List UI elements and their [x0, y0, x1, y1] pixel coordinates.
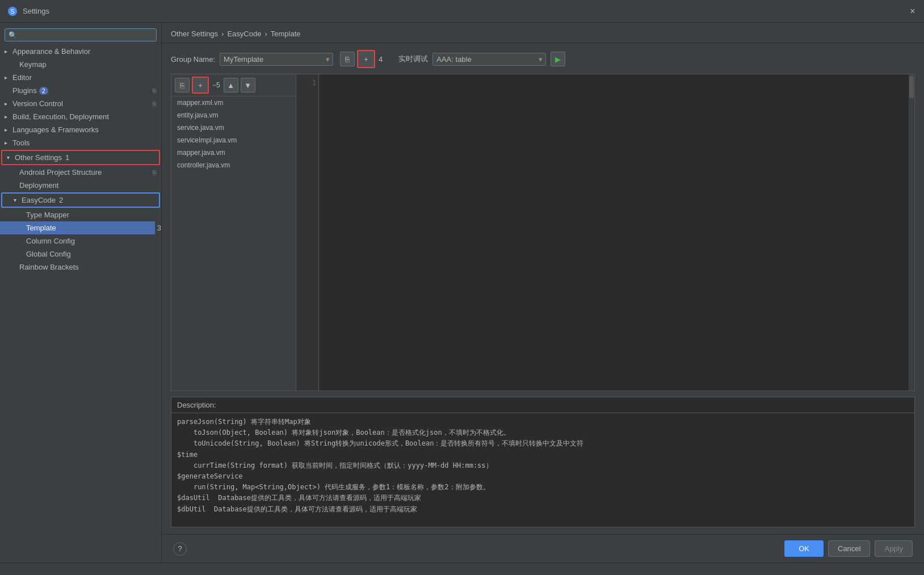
file-item[interactable]: service.java.vm [171, 121, 296, 134]
sidebar-item-tools[interactable]: Tools [0, 136, 161, 149]
sidebar-item-type-mapper[interactable]: Type Mapper [0, 208, 161, 221]
sidebar-item-label: Version Control [12, 99, 63, 108]
annotation-2: 2 [59, 196, 63, 204]
ok-button[interactable]: OK [784, 540, 824, 557]
chevron-placeholder [11, 169, 17, 175]
line-number: 1 [299, 78, 316, 89]
copy-file-button[interactable]: ⎘ [175, 78, 190, 93]
chevron-icon [14, 197, 19, 203]
realtime-select[interactable]: AAA: table BBB: user [432, 53, 546, 66]
plugins-badge: 2 [39, 87, 48, 95]
sidebar-item-version-control[interactable]: Version Control ⎘ [0, 97, 161, 110]
chevron-icon [5, 74, 10, 81]
annotation-4: 4 [379, 55, 383, 64]
group-name-select[interactable]: MyTemplate Default [220, 53, 333, 66]
sidebar-item-label: Tools [12, 138, 30, 147]
breadcrumb-sep2: › [264, 30, 267, 38]
chevron-placeholder [11, 61, 17, 68]
copy-icon: ⎘ [153, 87, 157, 94]
sidebar-item-rainbow-brackets[interactable]: Rainbow Brackets [0, 261, 161, 274]
sidebar-item-deployment[interactable]: Deployment [0, 179, 161, 192]
chevron-placeholder [18, 225, 24, 231]
search-input[interactable] [19, 31, 153, 39]
sidebar-item-editor[interactable]: Editor [0, 71, 161, 84]
move-down-button[interactable]: ▼ [241, 78, 255, 93]
file-item[interactable]: entity.java.vm [171, 109, 296, 121]
file-item[interactable]: mapper.xml.vm [171, 96, 296, 109]
file-item[interactable]: controller.java.vm [171, 159, 296, 171]
chevron-icon [5, 100, 10, 107]
add-file-button[interactable]: + [193, 78, 208, 93]
description-area: Description: parseJson(String) 将字符串转Map对… [171, 397, 915, 527]
window-title: Settings [23, 7, 908, 15]
sidebar-item-languages[interactable]: Languages & Frameworks [0, 123, 161, 136]
move-up-button[interactable]: ▲ [224, 78, 238, 93]
sidebar-item-keymap[interactable]: Keymap [0, 58, 161, 71]
sidebar-item-label: Column Config [26, 237, 75, 245]
sidebar-item-label: Type Mapper [26, 211, 69, 219]
chevron-placeholder [5, 87, 10, 94]
add-group-button[interactable]: + [358, 51, 374, 67]
close-button[interactable]: × [908, 7, 917, 16]
copy-group-button[interactable]: ⎘ [340, 52, 355, 66]
settings-window: S Settings × 🔍 Appearance & Behavior Key… [0, 0, 924, 575]
sidebar-item-appearance[interactable]: Appearance & Behavior [0, 45, 161, 58]
editor-content[interactable] [319, 74, 909, 391]
sidebar-item-easycode[interactable]: EasyCode 2 [2, 194, 159, 207]
file-list: ⎘ + −5 ▲ ▼ mapper.xml.vm entity.java.vm [171, 74, 296, 391]
right-panel: Other Settings › EasyCode › Template Gro… [162, 23, 924, 563]
sidebar-item-android-project[interactable]: Android Project Structure ⎘ [0, 166, 161, 179]
sidebar-item-other-settings[interactable]: Other Settings 1 [2, 151, 159, 164]
sidebar-item-plugins[interactable]: Plugins 2 ⎘ [0, 84, 161, 97]
svg-text:S: S [10, 8, 14, 15]
sidebar-item-label: Rainbow Brackets [19, 263, 79, 271]
bottom-bar: ? OK Cancel Apply [162, 534, 924, 563]
chevron-placeholder [11, 264, 17, 270]
bottom-right: OK Cancel Apply [784, 540, 913, 557]
sidebar-item-label: Plugins [12, 86, 37, 95]
sidebar-item-label: Android Project Structure [19, 168, 102, 177]
sidebar: 🔍 Appearance & Behavior Keymap Editor Pl… [0, 23, 162, 563]
group-name-select-wrapper: MyTemplate Default [220, 53, 333, 66]
chevron-placeholder [18, 251, 24, 257]
sidebar-item-global-config[interactable]: Global Config [0, 247, 161, 261]
breadcrumb-part1: Other Settings [171, 30, 218, 38]
chevron-placeholder [11, 182, 17, 188]
chevron-icon [5, 127, 10, 133]
chevron-icon [5, 114, 10, 120]
file-item[interactable]: serviceImpl.java.vm [171, 134, 296, 146]
apply-button[interactable]: Apply [875, 540, 913, 557]
sidebar-item-label: Build, Execution, Deployment [12, 112, 109, 121]
sidebar-item-template[interactable]: Template [0, 221, 155, 234]
remove-count: −5 [212, 81, 220, 89]
file-list-items: mapper.xml.vm entity.java.vm service.jav… [171, 96, 296, 391]
play-button[interactable]: ▶ [551, 52, 565, 66]
description-label: Description: [171, 397, 914, 413]
chevron-placeholder [18, 212, 24, 218]
editor-scrollbar[interactable] [909, 74, 914, 391]
sidebar-item-label: Keymap [19, 60, 47, 69]
help-button[interactable]: ? [173, 542, 187, 556]
sidebar-item-build[interactable]: Build, Execution, Deployment [0, 110, 161, 123]
breadcrumb-part3: Template [271, 30, 301, 38]
sidebar-item-label: EasyCode [22, 196, 56, 204]
sidebar-item-label: Other Settings [15, 153, 62, 162]
breadcrumb: Other Settings › EasyCode › Template [162, 23, 924, 43]
chevron-icon [7, 154, 12, 161]
chevron-placeholder [18, 238, 24, 244]
line-numbers: 1 [296, 74, 319, 391]
template-panel: ⎘ + −5 ▲ ▼ mapper.xml.vm entity.java.vm [171, 74, 915, 391]
chevron-icon [5, 140, 10, 146]
breadcrumb-sep1: › [221, 30, 224, 38]
sidebar-item-label: Languages & Frameworks [12, 125, 99, 134]
sidebar-item-label: Template [26, 224, 56, 232]
realtime-select-wrapper: AAA: table BBB: user [432, 53, 546, 66]
cancel-button[interactable]: Cancel [828, 540, 870, 557]
title-bar: S Settings × [0, 0, 924, 23]
sidebar-item-column-config[interactable]: Column Config [0, 234, 161, 247]
content-area: Group Name: MyTemplate Default ⎘ + [162, 43, 924, 534]
sidebar-item-label: Deployment [19, 181, 58, 190]
status-bar [0, 563, 924, 575]
file-item[interactable]: mapper.java.vm [171, 146, 296, 159]
group-name-label: Group Name: [171, 55, 215, 64]
